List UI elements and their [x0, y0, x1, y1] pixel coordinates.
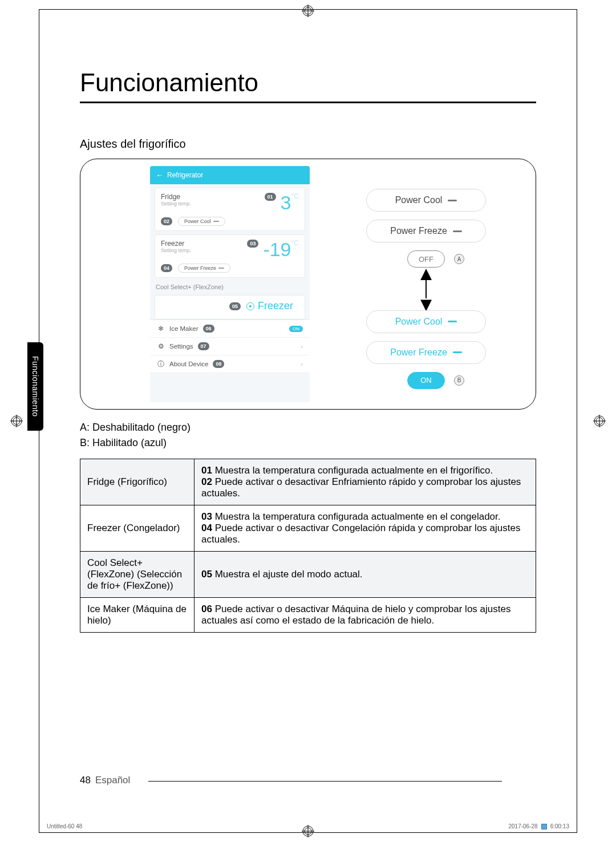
settings-row: ⚙ Settings 07 › — [150, 338, 310, 355]
print-meta-left: Untitled-60 48 — [47, 823, 82, 829]
phone-app-title: Refrigerator — [167, 171, 203, 179]
ice-maker-row: ❄ Ice Maker 06 ON — [150, 320, 310, 338]
coolselect-label: Cool Select+ (FlexZone) — [156, 284, 304, 290]
power-freeze-on-pill: Power Freeze — [366, 341, 486, 364]
pill-comparison: Power Cool Power Freeze OFF A ▲▼ Power C… — [323, 166, 529, 402]
ice-maker-toggle: ON — [289, 326, 303, 332]
row1-right: 01 Muestra la temperatura configurada ac… — [194, 459, 536, 505]
freezer-temp-value: -19°C — [263, 240, 299, 259]
row4-right: 06 Puede activar o desactivar Máquina de… — [194, 598, 536, 633]
toggle-on: ON — [407, 372, 445, 389]
power-cool-pill-mini: Power Cool — [178, 217, 225, 226]
phone-screenshot: ← Refrigerator Fridge Setting temp. 01 3… — [150, 166, 310, 402]
page-title: Funcionamiento — [80, 68, 536, 103]
callout-badge-06: 06 — [203, 325, 214, 333]
page-language: Español — [95, 775, 130, 786]
label-b: B — [454, 375, 464, 386]
registration-mark-icon — [10, 415, 23, 427]
power-cool-on-pill: Power Cool — [366, 310, 486, 333]
chevron-right-icon: › — [301, 361, 303, 367]
table-row: Freezer (Congelador) 03 Muestra la tempe… — [80, 505, 536, 552]
registration-mark-icon — [302, 825, 314, 837]
setting-temp-label: Setting temp. — [161, 248, 191, 253]
callout-badge-01: 01 — [265, 193, 276, 201]
setting-temp-label: Setting temp. — [161, 201, 191, 207]
minus-icon — [213, 221, 219, 222]
minus-icon — [218, 268, 224, 269]
page-footer: 48 Español — [80, 775, 130, 786]
legend: A: Deshabilitado (negro) B: Habilitado (… — [80, 420, 536, 451]
info-icon: ⓘ — [157, 360, 165, 368]
callout-badge-05: 05 — [229, 302, 241, 310]
freezer-card: Freezer Setting temp. 03 -19°C 04 Power … — [155, 234, 305, 278]
target-icon — [246, 302, 254, 310]
table-row: Cool Select+ (FlexZone) (Selección de fr… — [80, 552, 536, 598]
updown-arrow-icon: ▲▼ — [416, 268, 436, 310]
illustration-panel: ← Refrigerator Fridge Setting temp. 01 3… — [80, 159, 536, 410]
gear-icon: ⚙ — [157, 342, 165, 350]
footer-rule — [148, 781, 502, 782]
on-state-group: Power Cool Power Freeze ON B — [366, 310, 486, 389]
legend-a: A: Deshabilitado (negro) — [80, 420, 536, 435]
page-number: 48 — [80, 775, 91, 786]
row3-right: 05 Muestra el ajuste del modo actual. — [194, 552, 536, 598]
power-cool-off-pill: Power Cool — [366, 189, 486, 212]
callout-badge-08: 08 — [213, 360, 224, 368]
coolselect-value: Freezer — [258, 300, 293, 312]
label-a: A — [454, 254, 464, 264]
fridge-label: Fridge — [161, 193, 191, 201]
phone-settings-list: ❄ Ice Maker 06 ON ⚙ Settings 07 › ⓘ Abou… — [150, 319, 310, 373]
fridge-temp-value: 3°C — [281, 193, 299, 212]
minus-icon — [448, 200, 457, 201]
description-table: Fridge (Frigorífico) 01 Muestra la tempe… — [80, 459, 536, 633]
coolselect-card: 05 Freezer — [155, 295, 305, 319]
row2-left: Freezer (Congelador) — [80, 505, 194, 552]
chevron-right-icon: › — [301, 343, 303, 350]
fridge-card: Fridge Setting temp. 01 3°C 02 Power Coo… — [155, 188, 305, 231]
side-tab: Funcionamiento — [27, 342, 43, 431]
ice-maker-icon: ❄ — [157, 325, 165, 333]
color-swatch-icon — [541, 824, 547, 829]
print-meta-right: 2017-06-28 6:00:13 — [508, 823, 569, 829]
minus-icon — [448, 321, 457, 322]
callout-badge-03: 03 — [247, 240, 258, 248]
row3-left: Cool Select+ (FlexZone) (Selección de fr… — [80, 552, 194, 598]
off-state-group: Power Cool Power Freeze OFF A — [366, 189, 486, 268]
callout-badge-07: 07 — [198, 342, 209, 350]
table-row: Fridge (Frigorífico) 01 Muestra la tempe… — [80, 459, 536, 505]
row1-left: Fridge (Frigorífico) — [80, 459, 194, 505]
table-row: Ice Maker (Máquina de hielo) 06 Puede ac… — [80, 598, 536, 633]
about-row: ⓘ About Device 08 › — [150, 355, 310, 373]
freezer-label: Freezer — [161, 240, 191, 248]
toggle-off: OFF — [407, 250, 445, 268]
callout-badge-04: 04 — [161, 264, 172, 272]
callout-badge-02: 02 — [161, 217, 172, 225]
minus-icon — [453, 351, 462, 353]
registration-mark-icon — [593, 415, 606, 427]
row4-left: Ice Maker (Máquina de hielo) — [80, 598, 194, 633]
registration-mark-icon — [302, 5, 314, 17]
subheading: Ajustes del frigorífico — [80, 137, 536, 151]
row2-right: 03 Muestra la temperatura configurada ac… — [194, 505, 536, 552]
power-freeze-off-pill: Power Freeze — [366, 220, 486, 242]
phone-app-bar: ← Refrigerator — [150, 166, 310, 184]
power-freeze-pill-mini: Power Freeze — [178, 264, 230, 273]
minus-icon — [453, 230, 462, 232]
back-arrow-icon: ← — [156, 171, 164, 180]
legend-b: B: Habilitado (azul) — [80, 435, 536, 451]
